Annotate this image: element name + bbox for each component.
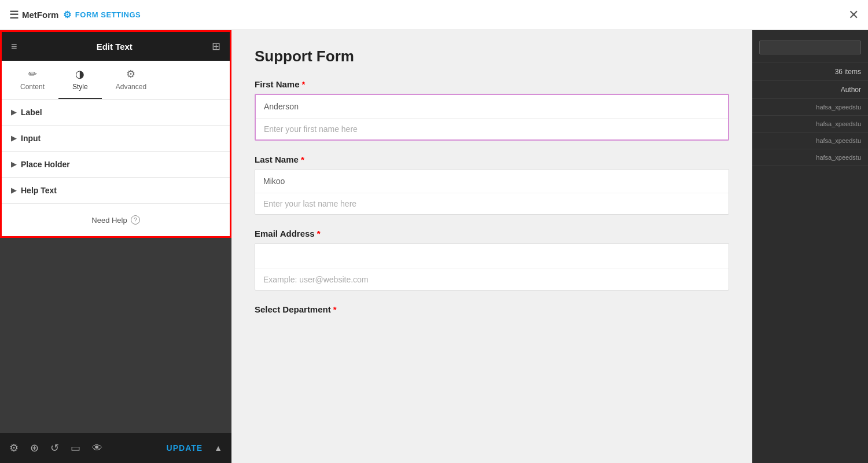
settings-bottom-icon[interactable]: ⚙ xyxy=(9,442,19,454)
need-help-label: Need Help xyxy=(91,216,127,225)
settings-item-input[interactable]: ▶ Input xyxy=(2,126,230,152)
author-3: hafsa_xpeedstu xyxy=(816,137,861,144)
form-settings-label: FORM SETTINGS xyxy=(75,10,141,19)
right-panel-author-4: hafsa_xpeedstu xyxy=(752,149,868,166)
author-label: Author xyxy=(841,86,861,94)
tab-bar: ✏ Content ◑ Style ⚙ Advanced xyxy=(2,61,230,100)
first-name-value-input[interactable] xyxy=(256,95,728,119)
email-label: Email Address * xyxy=(255,229,729,238)
chevron-up-icon[interactable]: ▲ xyxy=(214,443,222,453)
right-panel-author-1: hafsa_xpeedstu xyxy=(752,99,868,116)
settings-input-text: Input xyxy=(21,134,41,143)
pencil-icon: ✏ xyxy=(28,68,37,80)
close-button[interactable]: ✕ xyxy=(848,8,859,23)
history-icon[interactable]: ↺ xyxy=(50,442,59,454)
items-count: 36 items xyxy=(835,68,861,76)
settings-helptext-text: Help Text xyxy=(21,186,57,195)
field-department: Select Department * xyxy=(255,304,729,319)
settings-item-placeholder[interactable]: ▶ Place Holder xyxy=(2,152,230,178)
panel-grid-icon[interactable]: ⊞ xyxy=(212,40,220,53)
responsive-icon[interactable]: ▭ xyxy=(71,442,80,454)
arrow-icon: ▶ xyxy=(11,134,16,142)
last-name-label: Last Name * xyxy=(255,155,729,164)
eye-icon[interactable]: 👁 xyxy=(92,442,102,454)
tab-style[interactable]: ◑ Style xyxy=(58,61,102,99)
tab-content-label: Content xyxy=(20,83,45,91)
right-panel-search[interactable] xyxy=(759,41,861,54)
required-star: * xyxy=(333,304,337,314)
arrow-icon: ▶ xyxy=(11,108,16,116)
email-value-input[interactable] xyxy=(255,244,729,269)
arrow-icon: ▶ xyxy=(11,160,16,168)
right-panel-author-2: hafsa_xpeedstu xyxy=(752,116,868,133)
author-2: hafsa_xpeedstu xyxy=(816,120,861,127)
tab-advanced[interactable]: ⚙ Advanced xyxy=(102,61,160,99)
gear-icon: ⚙ xyxy=(63,9,72,20)
last-name-input-wrapper: Enter your last name here xyxy=(255,169,729,215)
hamburger-icon[interactable]: ☰ xyxy=(9,9,19,21)
help-circle-icon[interactable]: ? xyxy=(131,215,140,225)
field-first-name: First Name * Enter your first name here xyxy=(255,79,729,141)
department-label: Select Department * xyxy=(255,304,729,314)
panel-hamburger-icon[interactable]: ≡ xyxy=(11,41,17,53)
layers-icon[interactable]: ⊛ xyxy=(30,442,39,454)
email-input-wrapper: Example: user@website.com xyxy=(255,243,729,291)
first-name-placeholder: Enter your first name here xyxy=(256,119,728,139)
app-logo: ☰ MetForm xyxy=(9,9,58,21)
form-area: Support Form First Name * Enter your fir… xyxy=(231,30,752,463)
field-email: Email Address * Example: user@website.co… xyxy=(255,229,729,291)
first-name-input-wrapper: Enter your first name here xyxy=(255,94,729,141)
right-panel-author-3: hafsa_xpeedstu xyxy=(752,133,868,149)
required-star: * xyxy=(301,155,304,164)
arrow-icon: ▶ xyxy=(11,186,16,194)
settings-item-label[interactable]: ▶ Label xyxy=(2,100,230,126)
tab-advanced-label: Advanced xyxy=(116,83,146,91)
form-title: Support Form xyxy=(255,47,729,65)
panel-header: ≡ Edit Text ⊞ xyxy=(2,32,230,61)
right-panel: 36 items Author hafsa_xpeedstu hafsa_xpe… xyxy=(752,30,868,463)
app-name: MetForm xyxy=(22,10,58,20)
left-panel: ≡ Edit Text ⊞ ✏ Content ◑ Style ⚙ Advanc… xyxy=(0,30,231,238)
last-name-placeholder: Enter your last name here xyxy=(255,193,729,214)
update-button[interactable]: UPDATE xyxy=(167,443,203,453)
tab-content[interactable]: ✏ Content xyxy=(6,61,58,99)
settings-placeholder-text: Place Holder xyxy=(21,160,70,169)
main-content: ≡ Edit Text ⊞ ✏ Content ◑ Style ⚙ Advanc… xyxy=(0,30,868,463)
tab-style-label: Style xyxy=(72,83,88,91)
author-4: hafsa_xpeedstu xyxy=(816,154,861,161)
form-settings-button[interactable]: ⚙ FORM SETTINGS xyxy=(63,9,141,20)
settings-list: ▶ Label ▶ Input ▶ Place Holder ▶ Help Te… xyxy=(2,100,230,236)
circle-half-icon: ◑ xyxy=(75,68,84,80)
email-placeholder: Example: user@website.com xyxy=(255,269,729,290)
required-star: * xyxy=(317,229,321,238)
top-bar-left: ☰ MetForm ⚙ FORM SETTINGS xyxy=(9,9,141,21)
settings-icon: ⚙ xyxy=(126,68,135,80)
right-panel-author-header: Author xyxy=(752,81,868,99)
right-panel-count: 36 items xyxy=(752,63,868,81)
settings-label-text: Label xyxy=(21,108,42,117)
author-1: hafsa_xpeedstu xyxy=(816,104,861,111)
left-wrapper: ≡ Edit Text ⊞ ✏ Content ◑ Style ⚙ Advanc… xyxy=(0,30,231,463)
right-panel-input-item xyxy=(752,36,868,63)
bottom-toolbar: ⚙ ⊛ ↺ ▭ 👁 UPDATE ▲ xyxy=(0,433,231,463)
panel-title: Edit Text xyxy=(97,42,133,52)
last-name-value-input[interactable] xyxy=(255,170,729,193)
need-help-section: Need Help ? xyxy=(2,204,230,236)
first-name-label: First Name * xyxy=(255,79,729,89)
top-bar: ☰ MetForm ⚙ FORM SETTINGS ✕ xyxy=(0,0,868,30)
field-last-name: Last Name * Enter your last name here xyxy=(255,155,729,215)
settings-item-helptext[interactable]: ▶ Help Text xyxy=(2,178,230,204)
required-star: * xyxy=(302,79,306,89)
